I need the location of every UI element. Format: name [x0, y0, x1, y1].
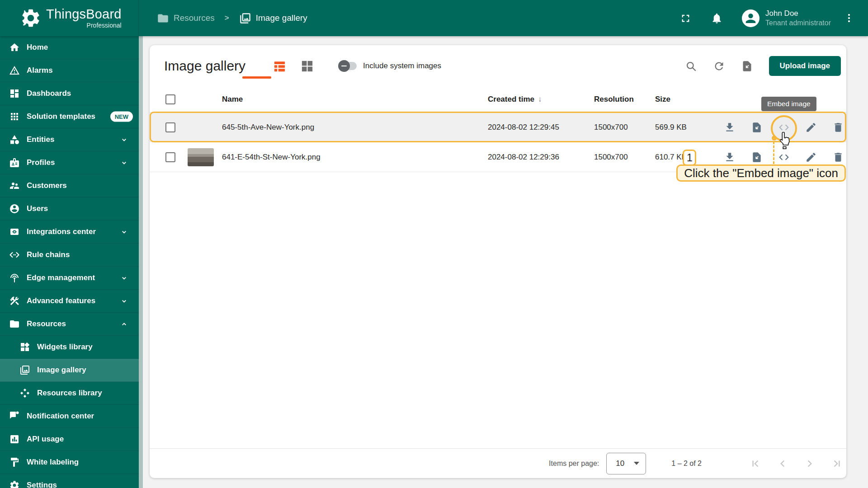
sidebar-item-edge-management[interactable]: Edge management	[0, 267, 139, 290]
top-bar: ThingsBoard Professional Resources > Ima…	[0, 0, 868, 36]
sidebar-item-label: White labeling	[27, 458, 79, 467]
breadcrumb-image-gallery[interactable]: Image gallery	[239, 12, 307, 24]
main-content: Image gallery Include system images Uplo…	[143, 36, 868, 488]
image-created-time: 2024-08-02 12:29:45	[488, 123, 594, 132]
sidebar-item-advanced-features[interactable]: Advanced features	[0, 290, 139, 313]
delete-image-icon[interactable]	[832, 122, 844, 133]
user-role: Tenant administrator	[765, 19, 831, 28]
step-instruction-label: Click the "Embed image" icon	[676, 164, 846, 182]
sidebar-item-resources[interactable]: Resources	[0, 313, 139, 336]
image-size: 569.9 KB	[655, 123, 717, 132]
sidebar-item-label: Users	[27, 204, 48, 213]
sidebar-item-solution-templates[interactable]: Solution templates NEW	[0, 105, 139, 128]
previous-page-icon[interactable]	[777, 458, 788, 469]
sidebar-item-entities[interactable]: Entities	[0, 128, 139, 151]
notification-center-icon	[9, 411, 20, 422]
search-icon[interactable]	[685, 60, 697, 72]
sidebar-item-customers[interactable]: Customers	[0, 174, 139, 197]
column-header-size[interactable]: Size	[655, 95, 717, 104]
chevron-down-icon	[121, 298, 127, 305]
sidebar-item-widgets-library[interactable]: Widgets library	[0, 336, 139, 359]
sidebar-item-label: Profiles	[27, 158, 55, 167]
active-tab-underline	[242, 76, 271, 79]
sidebar-item-users[interactable]: Users	[0, 197, 139, 221]
sidebar-scrollbar[interactable]	[139, 36, 143, 488]
breadcrumb-resources[interactable]: Resources	[157, 12, 215, 24]
table-header-row: Name Created time↓ Resolution Size	[150, 87, 846, 113]
thingsboard-logo-icon	[20, 7, 42, 29]
sidebar-item-label: Advanced features	[27, 296, 95, 305]
more-vert-icon[interactable]	[844, 13, 854, 23]
last-page-icon[interactable]	[831, 458, 843, 469]
sidebar-item-alarms[interactable]: Alarms	[0, 59, 139, 82]
sidebar-item-home[interactable]: Home	[0, 36, 139, 59]
sidebar-item-label: Resources library	[37, 389, 102, 398]
dashboards-icon	[9, 88, 20, 99]
folder-icon	[157, 12, 169, 24]
user-info[interactable]: John Doe Tenant administrator	[765, 9, 831, 27]
page-range-label: 1 – 2 of 2	[671, 460, 702, 468]
chevron-down-icon	[121, 275, 127, 282]
row-checkbox[interactable]	[165, 122, 175, 132]
column-header-name[interactable]: Name	[222, 95, 488, 104]
edit-image-icon[interactable]	[805, 122, 817, 133]
app-name: ThingsBoard	[46, 8, 122, 21]
sidebar-item-integrations-center[interactable]: Integrations center	[0, 221, 139, 244]
image-resolution: 1500x700	[594, 153, 655, 162]
breadcrumb-separator: >	[225, 14, 229, 23]
edit-image-icon[interactable]	[805, 151, 817, 163]
column-header-created-time[interactable]: Created time↓	[488, 95, 594, 104]
api-usage-chart-icon	[9, 434, 20, 445]
first-page-icon[interactable]	[750, 458, 761, 469]
sidebar-item-settings[interactable]: Settings	[0, 474, 139, 488]
sidebar-item-image-gallery[interactable]: Image gallery	[0, 359, 139, 382]
notifications-bell-icon[interactable]	[711, 12, 723, 24]
sidebar-item-label: Customers	[27, 181, 67, 190]
export-image-icon[interactable]	[751, 151, 763, 163]
sidebar-item-resources-library[interactable]: Resources library	[0, 382, 139, 405]
delete-image-icon[interactable]	[832, 151, 844, 163]
items-per-page-select[interactable]: 10	[606, 453, 646, 474]
include-system-images-toggle[interactable]: Include system images	[340, 61, 441, 70]
items-per-page-value: 10	[616, 459, 624, 468]
export-image-icon[interactable]	[751, 122, 763, 133]
step-connector-dot	[772, 136, 777, 141]
gear-icon	[9, 480, 20, 488]
sidebar-item-label: Dashboards	[27, 89, 71, 98]
avatar[interactable]	[742, 9, 760, 27]
select-all-checkbox[interactable]	[165, 94, 175, 104]
fullscreen-icon[interactable]	[679, 12, 692, 24]
sidebar-item-dashboards[interactable]: Dashboards	[0, 82, 139, 105]
download-image-icon[interactable]	[724, 151, 736, 163]
table-row[interactable]: 645-5th-Ave-New-York.png 2024-08-02 12:2…	[150, 113, 846, 142]
embed-image-icon[interactable]	[778, 151, 790, 163]
sidebar-item-white-labeling[interactable]: White labeling	[0, 451, 139, 474]
refresh-icon[interactable]	[713, 60, 725, 72]
sidebar-item-notification-center[interactable]: Notification center	[0, 405, 139, 428]
image-created-time: 2024-08-02 12:29:36	[488, 153, 594, 162]
breadcrumb-label: Image gallery	[256, 13, 307, 23]
apps-icon	[9, 111, 20, 122]
import-image-icon[interactable]	[741, 60, 753, 72]
column-header-resolution[interactable]: Resolution	[594, 95, 655, 104]
items-per-page-label: Items per page:	[549, 460, 599, 468]
sidebar-item-profiles[interactable]: Profiles	[0, 151, 139, 174]
sidebar-item-api-usage[interactable]: API usage	[0, 428, 139, 451]
diamonds-icon	[19, 388, 30, 399]
chevron-down-icon	[121, 160, 127, 166]
sidebar-item-rule-chains[interactable]: Rule chains	[0, 244, 139, 267]
page-title: Image gallery	[164, 58, 245, 74]
sidebar-item-label: Solution templates	[27, 112, 95, 121]
grid-view-icon[interactable]	[300, 59, 314, 73]
row-checkbox[interactable]	[165, 152, 175, 162]
download-image-icon[interactable]	[724, 122, 736, 133]
entities-icon	[9, 134, 20, 145]
chevron-down-icon	[121, 229, 127, 235]
next-page-icon[interactable]	[804, 458, 816, 469]
new-badge: NEW	[110, 112, 133, 122]
user-name: John Doe	[765, 9, 831, 18]
list-view-icon[interactable]	[273, 59, 287, 73]
users-icon	[9, 203, 20, 214]
sidebar-item-label: Integrations center	[27, 227, 96, 236]
upload-image-button[interactable]: Upload image	[769, 56, 841, 76]
